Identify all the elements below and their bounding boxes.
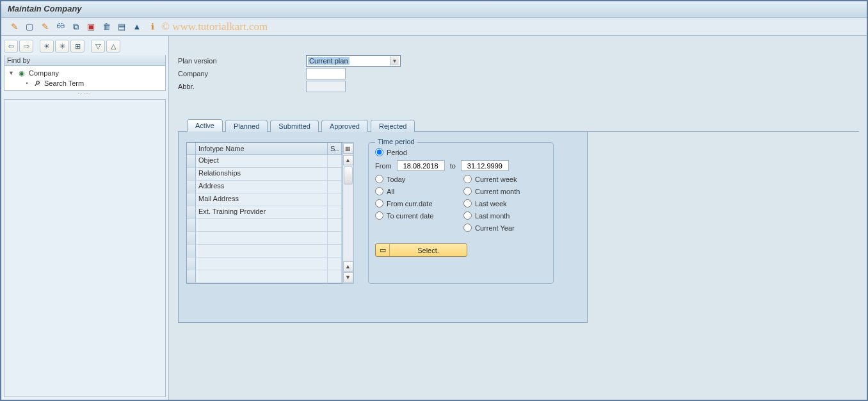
radio-curr-week-input[interactable] <box>463 175 472 183</box>
row-handle[interactable] <box>187 155 196 167</box>
col-infotype-name[interactable]: Infotype Name <box>196 143 328 154</box>
tab-panel-active: Infotype Name S.. Object Relationships <box>178 132 588 323</box>
scroll-down-icon[interactable]: ▼ <box>343 272 353 282</box>
radio-curr-week[interactable]: Current week <box>463 175 547 183</box>
table-scrollbar[interactable]: ▦ ▲ ▲ ▼ <box>342 142 354 284</box>
new-doc-icon[interactable]: ▢ <box>23 20 36 33</box>
radio-all[interactable]: All <box>375 187 458 195</box>
forward-icon[interactable]: ⇨ <box>19 40 33 53</box>
tab-active[interactable]: Active <box>187 119 223 132</box>
back-icon[interactable]: ⇦ <box>4 40 18 53</box>
tree-node-search-term[interactable]: • 🔎︎ Search Term <box>6 78 164 88</box>
radio-last-week-input[interactable] <box>463 199 472 208</box>
col-status[interactable]: S.. <box>328 143 342 154</box>
scroll-track[interactable] <box>344 167 353 260</box>
row-handle[interactable] <box>187 270 196 282</box>
radio-curr-month-label: Current month <box>475 188 520 195</box>
select-button[interactable]: ▭ Select. <box>375 243 467 257</box>
table-row[interactable]: Object <box>187 155 342 168</box>
tab-planned[interactable]: Planned <box>225 120 268 132</box>
radio-from-curr-input[interactable] <box>375 199 383 208</box>
row-handle[interactable] <box>187 168 196 180</box>
radio-today-input[interactable] <box>375 175 383 183</box>
tab-rejected[interactable]: Rejected <box>371 120 415 132</box>
row-handle[interactable] <box>187 232 196 244</box>
radio-curr-year[interactable]: Current Year <box>463 224 547 232</box>
radio-from-curr[interactable]: From curr.date <box>375 199 458 208</box>
row-handle[interactable] <box>187 181 196 193</box>
table-row[interactable]: Relationships <box>187 168 342 181</box>
collapse-icon[interactable]: △ <box>106 40 120 53</box>
scroll-up2-icon[interactable]: ▲ <box>343 261 353 272</box>
tab-submitted[interactable]: Submitted <box>270 120 319 132</box>
to-date-input[interactable] <box>461 160 509 171</box>
radio-curr-month[interactable]: Current month <box>463 187 547 195</box>
abbr-label: Abbr. <box>178 81 306 92</box>
radio-last-month-input[interactable] <box>463 211 472 220</box>
copy-icon[interactable]: ⧉ <box>69 20 82 33</box>
select-icon[interactable]: ✳ <box>55 40 69 53</box>
radio-to-curr[interactable]: To current date <box>375 211 458 220</box>
tree-node-company[interactable]: ▼ ◉ Company <box>6 68 164 78</box>
radio-last-week-label: Last week <box>475 200 507 208</box>
radio-to-curr-input[interactable] <box>375 211 383 220</box>
radio-period[interactable]: Period <box>375 148 458 156</box>
settings-icon[interactable]: ▦ <box>343 143 353 154</box>
delimit-icon[interactable]: ▣ <box>84 20 97 33</box>
radio-curr-year-input[interactable] <box>463 224 472 232</box>
company-input[interactable] <box>306 68 346 79</box>
cell-empty <box>328 245 342 257</box>
from-date-input[interactable] <box>397 160 445 171</box>
chevron-down-icon[interactable]: ▼ <box>8 70 15 76</box>
scroll-up-icon[interactable]: ▲ <box>343 155 353 165</box>
radio-period-input[interactable] <box>375 148 383 156</box>
info-icon[interactable]: ℹ <box>146 20 159 33</box>
trash-icon[interactable]: 🗑︎ <box>100 20 113 33</box>
cell-empty <box>328 219 342 231</box>
select-button-label: Select. <box>390 247 467 254</box>
radio-period-label: Period <box>387 149 407 156</box>
radio-today[interactable]: Today <box>375 175 458 183</box>
tab-approved[interactable]: Approved <box>321 120 368 132</box>
row-handle[interactable] <box>187 245 196 257</box>
tree-icon[interactable]: ⊞ <box>70 40 84 53</box>
date-range-row: From to <box>375 160 547 171</box>
table-row[interactable] <box>187 270 342 283</box>
cell-status <box>328 168 342 180</box>
table-row[interactable]: Ext. Training Provider <box>187 206 342 219</box>
find-by-header: Find by <box>4 55 166 66</box>
table-row[interactable] <box>187 219 342 232</box>
table-row[interactable] <box>187 232 342 245</box>
row-handle[interactable] <box>187 219 196 231</box>
table-row[interactable]: Address <box>187 181 342 193</box>
radio-all-input[interactable] <box>375 187 383 195</box>
table-row[interactable]: Mail Address <box>187 193 342 206</box>
radio-last-month[interactable]: Last month <box>463 211 547 220</box>
cell-status <box>328 181 342 193</box>
assign-icon[interactable]: ☀ <box>40 40 54 53</box>
sidebar-toolbar: ⇦ ⇨ ☀ ✳ ⊞ ▽ △ <box>4 38 166 54</box>
wrench-icon[interactable]: ✎ <box>8 20 20 33</box>
table-row[interactable] <box>187 258 342 270</box>
cell-empty <box>196 232 328 244</box>
pencil-icon[interactable]: ✎ <box>38 20 51 33</box>
row-handle[interactable] <box>187 193 196 206</box>
binoculars-icon: 🔎︎ <box>33 79 42 87</box>
sidebar-splitter[interactable]: ····· <box>4 91 166 97</box>
radio-to-curr-label: To current date <box>387 212 433 220</box>
plan-version-select[interactable]: Current plan ▼ <box>306 55 401 67</box>
time-period-box: Time period Period From to <box>368 142 554 284</box>
scroll-thumb[interactable] <box>344 167 353 184</box>
sidebar-lower-pane <box>4 99 166 397</box>
row-handle[interactable] <box>187 258 196 270</box>
row-handle[interactable] <box>187 206 196 218</box>
table-row[interactable] <box>187 245 342 258</box>
overview-icon[interactable]: ▤ <box>115 20 128 33</box>
expand-icon[interactable]: ▽ <box>91 40 105 53</box>
from-label: From <box>375 162 392 170</box>
radio-curr-month-input[interactable] <box>463 187 472 195</box>
person-icon[interactable]: ▲ <box>131 20 143 33</box>
glasses-icon[interactable]: 👓︎ <box>54 20 67 33</box>
radio-last-week[interactable]: Last week <box>463 199 547 208</box>
table-corner[interactable] <box>187 143 196 154</box>
